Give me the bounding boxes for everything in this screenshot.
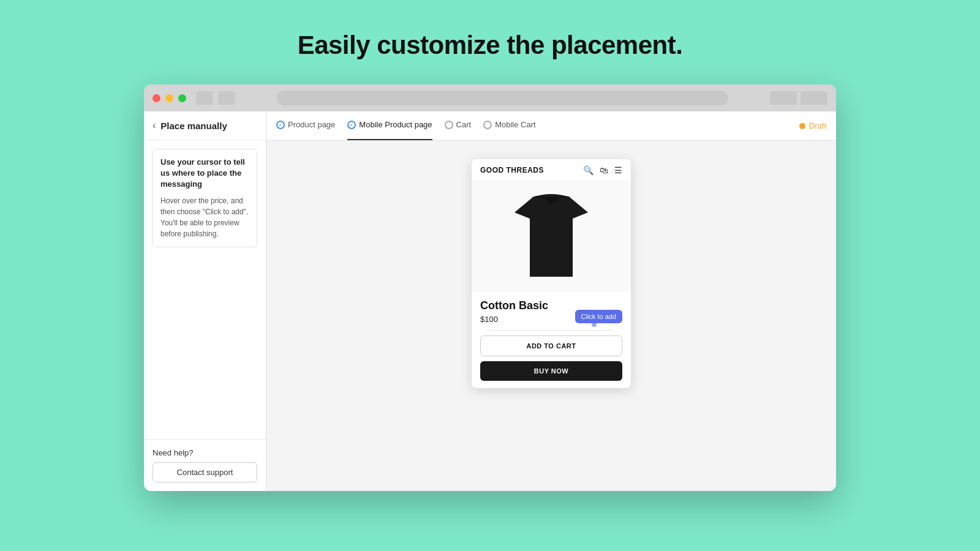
contact-support-button[interactable]: Contact support	[153, 462, 257, 482]
toolbar-btn-1	[770, 91, 797, 105]
address-bar[interactable]	[277, 91, 728, 105]
store-name: GOOD THREADS	[480, 166, 544, 174]
draft-dot-icon	[799, 123, 805, 129]
nav-forward-button	[218, 91, 235, 105]
tab-mobile-product-page-label: Mobile Product page	[359, 120, 432, 129]
back-arrow-icon[interactable]: ‹	[153, 120, 156, 131]
divider-line	[489, 330, 614, 331]
tab-check-cart	[445, 121, 453, 129]
price-row: $100 Click to add	[480, 315, 622, 324]
mac-window: ‹ Place manually Use your cursor to tell…	[144, 84, 836, 491]
tab-cart-label: Cart	[456, 120, 472, 129]
title-bar	[144, 84, 836, 111]
tab-mobile-cart-label: Mobile Cart	[495, 120, 535, 129]
sidebar-title: Place manually	[160, 121, 227, 131]
main-area: ✓ Product page ✓ Mobile Product page Car…	[266, 111, 836, 491]
cursor-dot	[592, 322, 597, 327]
traffic-light-yellow[interactable]	[165, 94, 173, 102]
page-heading: Easily customize the placement.	[298, 31, 683, 60]
browser-content: ‹ Place manually Use your cursor to tell…	[144, 111, 836, 491]
tab-check-mobile-cart	[483, 121, 492, 129]
product-image-tshirt	[514, 191, 588, 283]
click-to-add-badge[interactable]: Click to add	[575, 310, 622, 323]
tab-check-mobile-product-page: ✓	[347, 121, 356, 129]
content-area: GOOD THREADS 🔍 🛍 ☰	[266, 141, 836, 491]
mobile-mockup: GOOD THREADS 🔍 🛍 ☰	[472, 159, 631, 388]
tab-product-page[interactable]: ✓ Product page	[276, 111, 335, 140]
search-icon[interactable]: 🔍	[583, 165, 594, 175]
sidebar-footer: Need help? Contact support	[144, 439, 266, 491]
product-price: $100	[480, 315, 498, 324]
add-to-cart-button[interactable]: ADD TO CART	[480, 335, 622, 356]
product-image-area	[472, 182, 631, 292]
tabs-bar: ✓ Product page ✓ Mobile Product page Car…	[266, 111, 836, 141]
sidebar-header: ‹ Place manually	[144, 111, 266, 140]
sidebar-info-title: Use your cursor to tell us where to plac…	[160, 157, 249, 190]
tabs-bar-right: Draft	[799, 121, 826, 130]
product-info: Cotton Basic $100 Click to add ADD TO CA…	[472, 292, 631, 388]
toolbar-btn-2	[801, 91, 827, 105]
tab-product-page-label: Product page	[288, 120, 335, 129]
cart-icon[interactable]: 🛍	[600, 165, 608, 175]
tab-mobile-product-page[interactable]: ✓ Mobile Product page	[347, 111, 432, 140]
tab-mobile-cart[interactable]: Mobile Cart	[483, 111, 535, 140]
traffic-light-green[interactable]	[178, 94, 186, 102]
need-help-label: Need help?	[153, 448, 257, 457]
title-bar-right	[770, 91, 827, 105]
mobile-header: GOOD THREADS 🔍 🛍 ☰	[472, 159, 631, 182]
sidebar: ‹ Place manually Use your cursor to tell…	[144, 111, 266, 491]
traffic-light-red[interactable]	[153, 94, 160, 102]
tab-cart[interactable]: Cart	[445, 111, 472, 140]
buy-now-button[interactable]: BUY NOW	[480, 361, 622, 381]
sidebar-info-desc: Hover over the price, and then choose "C…	[160, 195, 249, 239]
draft-label: Draft	[809, 121, 826, 130]
tab-check-product-page: ✓	[276, 121, 285, 129]
sidebar-info-box: Use your cursor to tell us where to plac…	[153, 149, 257, 247]
menu-icon[interactable]: ☰	[614, 165, 622, 175]
nav-back-button	[196, 91, 213, 105]
mobile-icons: 🔍 🛍 ☰	[583, 165, 622, 175]
